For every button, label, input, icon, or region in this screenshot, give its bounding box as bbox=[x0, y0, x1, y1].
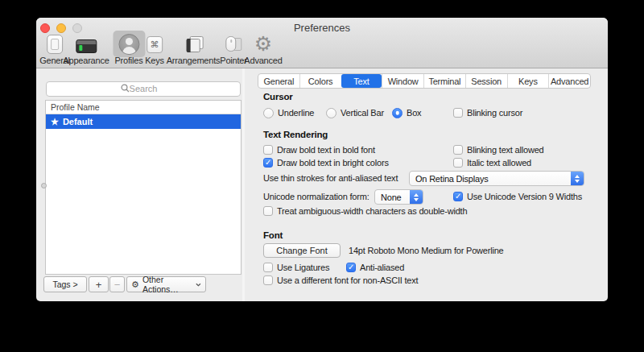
profiles-icon bbox=[118, 34, 139, 55]
bold-font-checkbox[interactable] bbox=[263, 145, 273, 155]
add-profile-button[interactable]: + bbox=[89, 276, 109, 292]
cursor-heading: Cursor bbox=[263, 92, 293, 101]
antialiased-option[interactable]: Anti-aliased bbox=[346, 262, 404, 273]
tab-text[interactable]: Text bbox=[341, 74, 382, 88]
profile-search bbox=[46, 81, 241, 96]
pointer-icon bbox=[223, 36, 243, 52]
ligatures-option[interactable]: Use Ligatures bbox=[263, 262, 329, 273]
profile-list-header: Profile Name bbox=[46, 101, 241, 114]
pane-divider bbox=[242, 68, 245, 301]
unicode-normalization-label: Unicode normalization form: bbox=[263, 192, 369, 201]
radio-box[interactable]: Box bbox=[392, 107, 421, 118]
box-radio[interactable] bbox=[392, 108, 402, 118]
toolbar-item-advanced[interactable]: ⚙ Advanced bbox=[244, 33, 282, 65]
tags-button[interactable]: Tags > bbox=[43, 276, 87, 292]
non-ascii-font-option[interactable]: Use a different font for non-ASCII text bbox=[263, 275, 418, 286]
general-icon bbox=[47, 35, 63, 54]
search-input[interactable] bbox=[46, 81, 241, 97]
non-ascii-font-checkbox[interactable] bbox=[263, 275, 273, 285]
ambiguous-width-checkbox[interactable] bbox=[263, 206, 273, 216]
bold-font-option[interactable]: Draw bold text in bold font bbox=[263, 144, 375, 155]
italic-text-checkbox[interactable] bbox=[453, 158, 463, 168]
screen: Preferences General Appearance Profiles … bbox=[0, 0, 644, 352]
gear-icon: ⚙ bbox=[254, 34, 272, 55]
radio-underline[interactable]: Underline bbox=[263, 107, 314, 118]
blinking-text-checkbox[interactable] bbox=[453, 145, 463, 155]
toolbar-item-profiles[interactable]: Profiles bbox=[114, 33, 142, 65]
thin-strokes-label: Use thin strokes for anti-aliased text bbox=[263, 173, 398, 183]
tab-window[interactable]: Window bbox=[382, 74, 423, 88]
bright-colors-option[interactable]: Draw bold text in bright colors bbox=[263, 157, 389, 168]
dropdown-arrows-icon bbox=[571, 172, 584, 185]
other-actions-label: Other Actions… bbox=[142, 275, 192, 294]
tab-advanced[interactable]: Advanced bbox=[548, 74, 590, 88]
preferences-window: Preferences General Appearance Profiles … bbox=[36, 18, 608, 301]
command-key-icon: ⌘ bbox=[147, 36, 163, 53]
chevron-down-icon bbox=[196, 283, 201, 287]
tab-colors[interactable]: Colors bbox=[299, 74, 341, 88]
tab-terminal[interactable]: Terminal bbox=[423, 74, 465, 88]
arrangements-icon bbox=[182, 36, 204, 53]
dropdown-arrows-icon bbox=[410, 190, 423, 204]
ligatures-checkbox[interactable] bbox=[263, 263, 273, 272]
appearance-icon bbox=[76, 39, 97, 53]
default-star-icon: ★ bbox=[51, 114, 59, 129]
antialiased-checkbox[interactable] bbox=[346, 263, 356, 272]
toolbar-item-pointer[interactable]: Pointer bbox=[220, 33, 246, 65]
profile-row-default[interactable]: ★ Default bbox=[46, 114, 241, 129]
tab-general[interactable]: General bbox=[258, 74, 299, 88]
tab-session[interactable]: Session bbox=[465, 74, 507, 88]
unicode9-option[interactable]: Use Unicode Version 9 Widths bbox=[453, 191, 582, 202]
italic-text-option[interactable]: Italic text allowed bbox=[453, 157, 531, 168]
profile-list: Profile Name ★ Default bbox=[45, 100, 242, 275]
ambiguous-width-option[interactable]: Treat ambiguous-width characters as doub… bbox=[263, 205, 467, 217]
toolbar-item-keys[interactable]: ⌘ Keys bbox=[145, 33, 164, 65]
unicode9-checkbox[interactable] bbox=[453, 192, 463, 201]
toolbar-item-appearance[interactable]: Appearance bbox=[63, 33, 109, 65]
underline-radio[interactable] bbox=[263, 108, 274, 118]
blinking-cursor-option[interactable]: Blinking cursor bbox=[453, 107, 522, 118]
radio-vertical-bar[interactable]: Vertical Bar bbox=[326, 107, 384, 118]
vertical-bar-radio[interactable] bbox=[326, 108, 336, 118]
profile-tabs: General Colors Text Window Terminal Sess… bbox=[258, 73, 591, 89]
blinking-text-option[interactable]: Blinking text allowed bbox=[453, 144, 543, 155]
thin-strokes-dropdown[interactable]: On Retina Displays bbox=[409, 171, 584, 186]
remove-profile-button: − bbox=[109, 276, 125, 292]
profile-name: Default bbox=[63, 114, 93, 129]
actions-gear-icon: ⚙ bbox=[131, 280, 139, 290]
splitter-handle[interactable] bbox=[41, 183, 47, 188]
text-rendering-heading: Text Rendering bbox=[263, 130, 328, 139]
change-font-button[interactable]: Change Font bbox=[263, 243, 341, 258]
titlebar-toolbar: Preferences General Appearance Profiles … bbox=[36, 18, 608, 68]
font-heading: Font bbox=[263, 230, 283, 240]
current-font-description: 14pt Roboto Mono Medium for Powerline bbox=[349, 246, 504, 255]
blinking-cursor-checkbox[interactable] bbox=[453, 108, 463, 118]
toolbar-item-arrangements[interactable]: Arrangements bbox=[167, 33, 221, 65]
other-actions-dropdown[interactable]: ⚙ Other Actions… bbox=[126, 276, 206, 292]
bright-colors-checkbox[interactable] bbox=[263, 158, 273, 168]
unicode-normalization-dropdown[interactable]: None bbox=[374, 189, 423, 205]
tab-keys[interactable]: Keys bbox=[507, 74, 549, 88]
